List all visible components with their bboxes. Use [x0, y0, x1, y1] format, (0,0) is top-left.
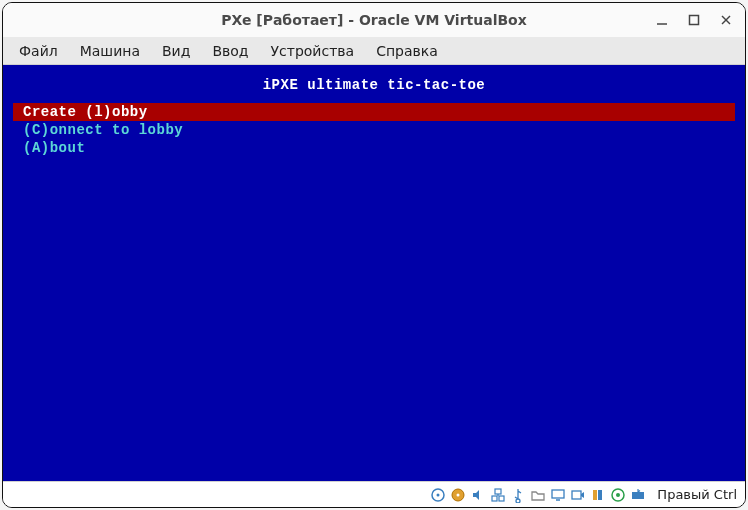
status-icons [429, 486, 647, 504]
svg-rect-14 [572, 491, 581, 499]
menu-help[interactable]: Справка [366, 39, 448, 63]
mouse-icon[interactable] [609, 486, 627, 504]
display-icon[interactable] [549, 486, 567, 504]
statusbar: Правый Ctrl [3, 481, 745, 507]
svg-rect-16 [598, 490, 602, 500]
keyboard-icon[interactable] [629, 486, 647, 504]
ipxe-title: iPXE ultimate tic-tac-toe [3, 65, 745, 103]
menu-item-connect-lobby[interactable]: (C)onnect to lobby [13, 121, 735, 139]
svg-rect-12 [552, 490, 564, 498]
cpu-icon[interactable] [589, 486, 607, 504]
close-button[interactable] [717, 11, 735, 29]
minimize-button[interactable] [653, 11, 671, 29]
svg-rect-15 [593, 490, 597, 500]
network-icon[interactable] [489, 486, 507, 504]
vm-display[interactable]: iPXE ultimate tic-tac-toe Create (l)obby… [3, 65, 745, 481]
svg-rect-19 [632, 492, 644, 499]
menu-item-create-lobby[interactable]: Create (l)obby [13, 103, 735, 121]
shared-folder-icon[interactable] [529, 486, 547, 504]
menu-item-about[interactable]: (A)bout [13, 139, 735, 157]
recording-icon[interactable] [569, 486, 587, 504]
menubar: Файл Машина Вид Ввод Устройства Справка [3, 37, 745, 65]
usb-icon[interactable] [509, 486, 527, 504]
optical-disk-icon[interactable] [449, 486, 467, 504]
svg-point-18 [616, 493, 620, 497]
window-title: PXe [Работает] - Oracle VM VirtualBox [221, 12, 527, 28]
window-controls [653, 3, 735, 37]
menu-devices[interactable]: Устройства [261, 39, 365, 63]
maximize-button[interactable] [685, 11, 703, 29]
menu-file[interactable]: Файл [9, 39, 68, 63]
svg-rect-1 [690, 16, 699, 25]
menu-view[interactable]: Вид [152, 39, 200, 63]
host-key-indicator[interactable]: Правый Ctrl [657, 487, 737, 502]
svg-rect-9 [492, 496, 497, 501]
ipxe-menu: Create (l)obby (C)onnect to lobby (A)bou… [3, 103, 745, 157]
audio-icon[interactable] [469, 486, 487, 504]
hard-disk-icon[interactable] [429, 486, 447, 504]
svg-rect-8 [495, 489, 501, 494]
menu-input[interactable]: Ввод [202, 39, 258, 63]
window-titlebar: PXe [Работает] - Oracle VM VirtualBox [3, 3, 745, 37]
menu-machine[interactable]: Машина [70, 39, 150, 63]
svg-point-7 [457, 493, 460, 496]
virtualbox-window: PXe [Работает] - Oracle VM VirtualBox Фа… [2, 2, 746, 508]
svg-rect-10 [499, 496, 504, 501]
svg-point-5 [437, 493, 440, 496]
